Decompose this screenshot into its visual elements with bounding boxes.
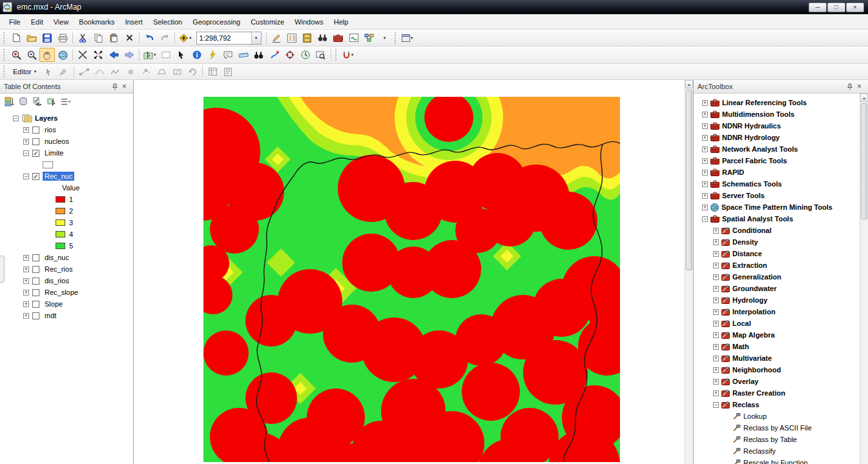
identify-tool[interactable]: [189, 48, 205, 62]
zoom-out-tool[interactable]: [24, 48, 39, 62]
layer-checkbox[interactable]: [32, 138, 39, 145]
expand-toggle[interactable]: +: [713, 239, 719, 245]
delete-button[interactable]: [121, 31, 137, 45]
sketch-properties-button-disabled[interactable]: [220, 65, 236, 79]
trace-tool-disabled[interactable]: [107, 65, 123, 79]
toolbox-item-reclass-by-table[interactable]: Reclass by Table: [694, 434, 860, 445]
print-button[interactable]: [55, 31, 70, 45]
list-by-visibility-button[interactable]: [31, 95, 44, 108]
legend-swatch[interactable]: [56, 196, 65, 203]
toc-layer-dis_rios[interactable]: +dis_rios: [0, 275, 133, 287]
toolbox-item-schematics-tools[interactable]: +Schematics Tools: [694, 178, 860, 190]
catalog-window-button[interactable]: [300, 31, 315, 45]
expand-toggle[interactable]: +: [713, 321, 719, 327]
layer-label[interactable]: rios: [43, 125, 58, 134]
toc-layer-mdt[interactable]: +mdt: [0, 310, 133, 321]
previous-extent-button[interactable]: [106, 48, 121, 62]
legend-swatch[interactable]: [56, 208, 65, 214]
list-by-selection-button[interactable]: [45, 95, 58, 108]
toolbox-item-label[interactable]: Network Analyst Tools: [722, 145, 798, 153]
toolbox-item-label[interactable]: Multivariate: [732, 354, 772, 362]
toc-layer-Limite[interactable]: −✓Limite: [0, 147, 133, 159]
edit-vertices-tool-disabled[interactable]: [138, 65, 154, 79]
open-document-button[interactable]: [24, 31, 39, 45]
toolbox-item-ndnr-hydraulics[interactable]: +NDNR Hydraulics: [694, 120, 860, 132]
expand-toggle[interactable]: +: [713, 379, 719, 385]
toolbar-grip[interactable]: [335, 49, 338, 61]
toolbar-grip[interactable]: [395, 32, 397, 44]
toolbox-item-label[interactable]: Reclassify: [743, 447, 776, 455]
toolbox-item-label[interactable]: Raster Creation: [732, 389, 785, 397]
toolbox-item-label[interactable]: Hydrology: [732, 296, 767, 304]
toolbox-item-spatial-analyst-tools[interactable]: −Spatial Analyst Tools: [694, 213, 860, 225]
toolbox-item-label[interactable]: Conditional: [732, 227, 772, 234]
expand-toggle[interactable]: +: [713, 251, 719, 257]
layer-label[interactable]: Rec_rios: [43, 265, 74, 274]
toolbox-item-label[interactable]: Lookup: [743, 412, 767, 420]
toolbox-item-label[interactable]: Reclass: [732, 401, 760, 409]
toolbox-item-conditional[interactable]: +Conditional: [694, 225, 860, 236]
undo-button[interactable]: [141, 31, 157, 45]
arctoolbox-window-button[interactable]: [331, 31, 346, 45]
toolbox-item-parcel-fabric-tools[interactable]: +Parcel Fabric Tools: [694, 155, 860, 166]
close-icon[interactable]: ×: [854, 82, 864, 92]
toolbar-grip[interactable]: [3, 32, 6, 44]
map-raster[interactable]: [203, 97, 620, 462]
toolbox-item-label[interactable]: Neighborhood: [732, 366, 781, 374]
toolbox-item-rescale-by-function[interactable]: Rescale by Function: [694, 457, 860, 464]
pan-tool[interactable]: [39, 48, 55, 62]
expand-toggle[interactable]: +: [702, 135, 708, 141]
toolbox-item-label[interactable]: Multidimension Tools: [722, 110, 794, 118]
toc-layer-dis_nuc[interactable]: +dis_nuc: [0, 252, 133, 263]
select-elements-tool[interactable]: [174, 48, 189, 62]
toc-root-row[interactable]: −Layers: [0, 112, 133, 124]
new-document-button[interactable]: [8, 31, 24, 45]
toolbox-item-label[interactable]: Interpolation: [732, 308, 776, 316]
layer-label[interactable]: Slope: [43, 299, 65, 308]
toolbox-item-label[interactable]: Reclass by Table: [743, 436, 797, 443]
expand-toggle[interactable]: −: [23, 174, 29, 179]
expand-toggle[interactable]: +: [23, 290, 29, 296]
full-extent-button[interactable]: [55, 48, 70, 62]
layer-checkbox[interactable]: [32, 312, 39, 319]
toolbox-item-neighborhood[interactable]: +Neighborhood: [694, 364, 860, 376]
left-splitter-grip[interactable]: [0, 256, 5, 283]
expand-toggle[interactable]: +: [713, 390, 719, 396]
toolbox-item-lookup[interactable]: Lookup: [694, 410, 860, 422]
copy-button[interactable]: [90, 31, 106, 45]
expand-toggle[interactable]: +: [23, 278, 29, 284]
toolbox-item-label[interactable]: Extraction: [732, 261, 767, 269]
toolbox-item-label[interactable]: Overlay: [732, 378, 758, 385]
editor-toolbar-toggle-button[interactable]: [269, 31, 284, 45]
hyperlink-tool[interactable]: [205, 48, 220, 62]
expand-toggle[interactable]: +: [23, 301, 29, 307]
layer-label[interactable]: Rec_slope: [43, 288, 80, 297]
toolbox-item-hydrology[interactable]: +Hydrology: [694, 294, 860, 306]
expand-toggle[interactable]: +: [713, 274, 719, 280]
add-data-button[interactable]: ▾: [177, 31, 194, 45]
layer-checkbox[interactable]: [32, 254, 39, 261]
expand-toggle[interactable]: −: [13, 116, 19, 121]
editor-menu-button[interactable]: Editor▾: [8, 66, 41, 77]
toolbox-item-label[interactable]: Math: [732, 343, 749, 350]
toolbox-item-label[interactable]: Rescale by Function: [743, 459, 808, 464]
find-route-tool[interactable]: [267, 48, 282, 62]
rotate-tool-disabled[interactable]: [185, 65, 200, 79]
layer-checkbox[interactable]: [32, 301, 39, 308]
fixed-zoom-out-button[interactable]: [90, 48, 106, 62]
expand-toggle[interactable]: +: [23, 255, 29, 261]
toolbox-item-groundwater[interactable]: +Groundwater: [694, 283, 860, 294]
expand-toggle[interactable]: +: [702, 193, 708, 199]
expand-toggle[interactable]: +: [713, 298, 719, 303]
menu-item-bookmarks[interactable]: Bookmarks: [74, 15, 119, 28]
toolbox-item-label[interactable]: Schematics Tools: [722, 180, 782, 188]
toolbox-item-reclassify[interactable]: Reclassify: [694, 445, 860, 457]
expand-toggle[interactable]: +: [713, 263, 719, 268]
menu-item-file[interactable]: File: [4, 15, 26, 28]
toolbox-item-server-tools[interactable]: +Server Tools: [694, 190, 860, 201]
expand-toggle[interactable]: +: [713, 332, 719, 338]
toolbox-item-math[interactable]: +Math: [694, 341, 860, 352]
map-scale-input[interactable]: [197, 32, 251, 44]
redo-button[interactable]: [157, 31, 172, 45]
maximize-button[interactable]: □: [827, 3, 845, 12]
